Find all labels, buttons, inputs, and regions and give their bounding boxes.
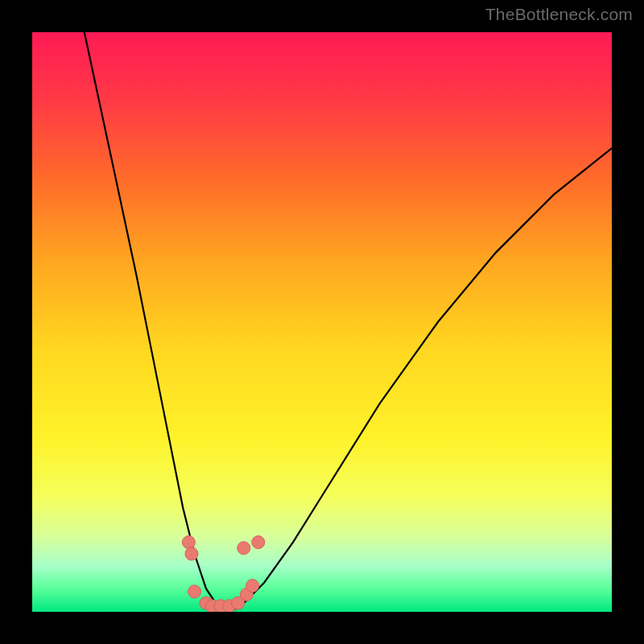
data-marker bbox=[188, 585, 201, 598]
watermark-text: TheBottleneck.com bbox=[485, 5, 633, 24]
data-marker bbox=[200, 597, 213, 609]
bottleneck-curve bbox=[32, 32, 612, 612]
data-marker bbox=[185, 547, 198, 560]
data-marker bbox=[237, 542, 250, 555]
data-marker bbox=[223, 600, 236, 612]
data-marker bbox=[252, 536, 265, 549]
chart-frame: TheBottleneck.com bbox=[0, 0, 644, 644]
data-marker bbox=[232, 597, 245, 609]
data-marker bbox=[214, 600, 227, 612]
data-marker bbox=[240, 588, 253, 601]
data-marker bbox=[182, 536, 195, 549]
data-marker bbox=[205, 600, 218, 612]
data-marker bbox=[246, 580, 259, 592]
chart-plot-area bbox=[32, 32, 612, 612]
